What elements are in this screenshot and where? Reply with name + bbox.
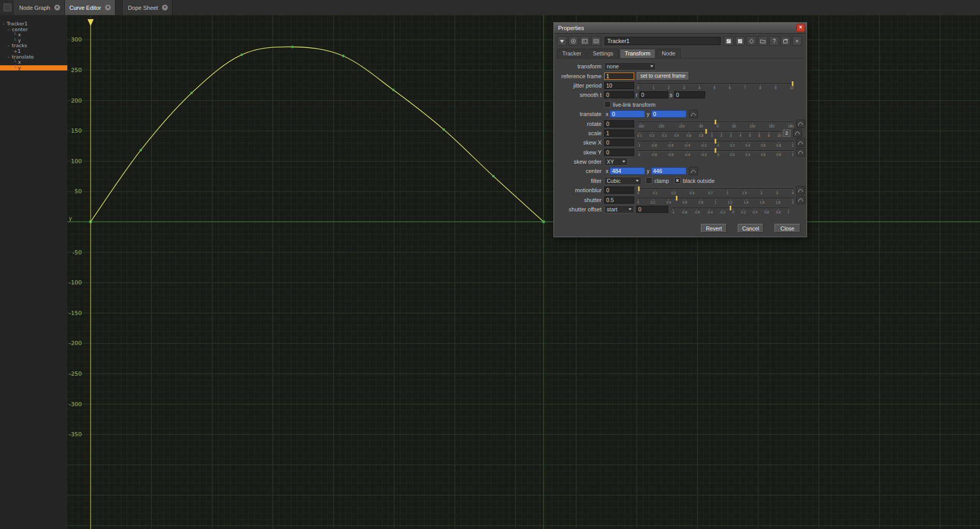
skew-order-value: XY [607,159,614,165]
set-current-frame-button[interactable]: set to current frame [637,72,689,80]
scale-slider[interactable]: 0.10.20.30.40.60.8123456810 [637,128,781,137]
animation-curve-icon[interactable] [689,110,698,118]
svg-text:-300: -300 [69,401,82,408]
close-icon[interactable]: × [796,24,805,32]
shutter-input[interactable] [604,196,634,204]
jitter-period-slider[interactable]: 012345678910 [637,81,794,90]
folder-icon[interactable] [758,36,768,46]
reference-frame-label: reference frame [554,73,602,79]
animation-curve-icon[interactable] [689,167,698,175]
center-x-input[interactable] [610,167,645,175]
float-panel-icon[interactable] [781,36,791,46]
slider-groove [637,83,794,84]
scale-input[interactable] [604,130,634,137]
tab-tracker[interactable]: Tracker [557,49,587,58]
transform-label: transform [554,63,602,69]
smooth-t-input[interactable] [604,91,634,98]
edit-icon[interactable] [724,36,734,46]
center-y-input[interactable] [651,167,686,175]
tab-dope-sheet[interactable]: Dope Sheet × [123,0,172,15]
tree-item-translate-x[interactable]: x [0,60,67,65]
expander-icon[interactable]: - [8,54,12,60]
skew-x-input[interactable] [604,139,634,146]
keyframe-icon[interactable] [747,36,756,46]
reference-frame-input[interactable] [604,73,634,80]
edit-alt-icon[interactable] [735,36,745,46]
filter-label: filter [554,178,602,184]
chevron-down-icon [628,208,632,210]
tree-item-tracker1[interactable]: -Tracker1 [0,21,67,27]
skew-y-row: skew Y -1-0.8-0.6-0.4-0.200.20.40.60.81 [554,148,803,157]
transform-dropdown[interactable]: none [604,62,656,70]
center-x-label: x [606,168,608,174]
smooth-s-input[interactable] [674,91,705,98]
node-preview-icon[interactable] [591,36,601,46]
close-icon[interactable]: × [792,36,802,46]
cancel-button[interactable]: Cancel [738,224,764,233]
tree-item-center[interactable]: -center [0,27,67,33]
shutter-offset-slider[interactable]: -1-0.8-0.6-0.4-0.200.20.40.60.81 [671,205,789,214]
animation-curve-icon[interactable] [793,129,802,137]
tree-item-center-x[interactable]: x [0,32,67,38]
skew-y-slider[interactable]: -1-0.8-0.6-0.4-0.200.20.40.60.81 [637,148,794,156]
shutter-offset-input[interactable] [636,206,668,213]
filter-dropdown[interactable]: Cubic [604,177,641,185]
translate-x-input[interactable] [610,110,645,118]
center-node-icon[interactable] [568,36,578,46]
tab-transform[interactable]: Transform [620,49,656,58]
tab-curve-editor[interactable]: Curve Editor × [65,0,115,15]
close-icon[interactable]: × [162,5,168,10]
black-outside-checkbox[interactable]: × [674,177,681,184]
animation-curve-icon[interactable] [796,186,805,194]
collapse-triangle-icon[interactable] [557,36,567,46]
jitter-period-input[interactable] [604,82,634,89]
shutter-slider[interactable]: 00.20.40.60.811.21.41.61.82 [637,195,794,204]
curve-editor-canvas[interactable]: 30025020015010050-50-100-150-200-250-300… [67,15,980,529]
expander-icon[interactable]: - [8,43,12,49]
tree-item-translate-y-selected[interactable]: y [0,65,67,71]
tree-item-center-y[interactable]: y [0,38,67,44]
motionblur-slider[interactable]: 00.10.20.40.711.5234 [637,186,794,195]
skew-x-slider[interactable]: -1-0.8-0.6-0.4-0.200.20.40.60.81 [637,138,794,147]
curve-graph[interactable]: 30025020015010050-50-100-150-200-250-300… [67,15,980,529]
shutter-offset-dropdown[interactable]: start [604,205,634,213]
tab-node-graph[interactable]: Node Graph × [14,0,65,15]
expander-icon[interactable]: - [3,21,7,27]
expander-icon[interactable]: - [8,27,12,33]
workspace-tabbar: Node Graph × Curve Editor × Dope Sheet × [0,0,980,16]
tab-settings[interactable]: Settings [588,49,619,58]
skew-order-dropdown[interactable]: XY [604,158,628,166]
svg-text:250: 250 [71,67,82,74]
animation-curve-icon[interactable] [796,148,805,156]
translate-y-input[interactable] [651,110,686,118]
postage-stamp-icon[interactable] [580,36,590,46]
shutter-offset-row: shutter offset start -1-0.8-0.6-0.4-0.20… [554,205,803,214]
checkmark-icon: × [676,178,679,183]
clamp-label: clamp [654,178,669,184]
animation-curve-icon[interactable] [796,138,805,147]
svg-text:y: y [69,216,72,221]
tab-node[interactable]: Node [656,49,680,58]
tree-item-tracks[interactable]: -tracks [0,43,67,49]
animation-curve-icon[interactable] [796,196,805,204]
motionblur-input[interactable] [604,187,634,194]
tree-item-translate[interactable]: -translate [0,54,67,60]
help-icon[interactable]: ? [769,36,779,46]
rotate-input[interactable] [604,120,634,127]
pane-menu-icon[interactable] [4,4,11,11]
clamp-checkbox[interactable] [646,177,652,184]
close-button[interactable]: Close [774,224,800,233]
tree-item-label: 1 [18,48,21,54]
smooth-r-input[interactable] [639,91,668,98]
animation-curve-icon[interactable] [796,120,805,128]
properties-titlebar[interactable]: Properties × [554,23,807,34]
rotate-slider[interactable]: -180-150-100-50050100150180 [637,119,794,128]
node-name-field[interactable]: Tracker1 [605,37,721,45]
close-icon[interactable]: × [54,5,60,10]
skew-y-input[interactable] [604,149,634,156]
scale-end-value[interactable]: 2 [783,130,791,137]
tree-item-label: center [12,26,28,32]
revert-button[interactable]: Revert [701,224,727,233]
close-icon[interactable]: × [105,5,111,10]
live-link-checkbox[interactable] [604,101,611,108]
